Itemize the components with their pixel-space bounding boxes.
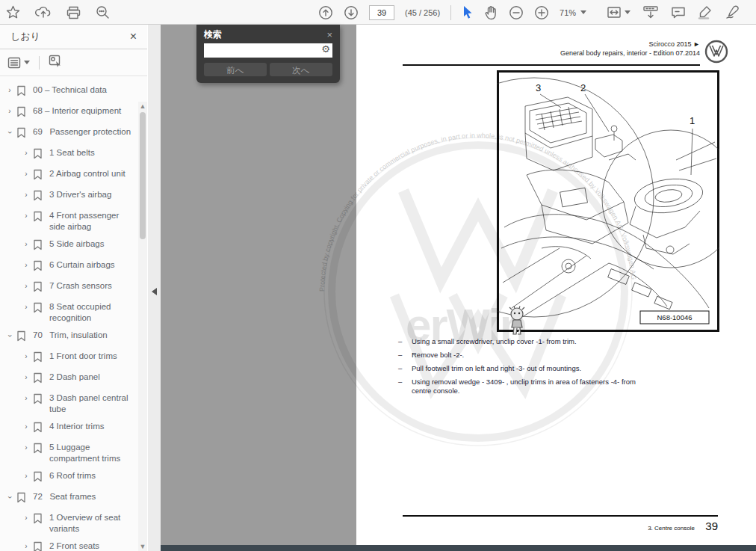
find-current-bookmark-icon[interactable]: [49, 55, 63, 70]
technical-figure: 3 2 1 N68-10046: [497, 70, 719, 332]
chevron-icon[interactable]: ›: [4, 84, 15, 96]
comment-icon[interactable]: [671, 6, 686, 19]
chevron-icon[interactable]: ›: [4, 492, 16, 502]
chevron-icon[interactable]: ›: [21, 147, 31, 158]
chevron-icon[interactable]: ›: [21, 541, 31, 551]
chevron-icon[interactable]: ›: [21, 512, 31, 523]
bookmark-label: 6 Curtain airbags: [49, 259, 137, 271]
bookmark-item[interactable]: › 00 – Technical data: [0, 81, 138, 102]
chevron-icon[interactable]: ›: [21, 442, 31, 453]
chevron-icon[interactable]: ›: [21, 259, 31, 271]
chevron-icon[interactable]: ›: [4, 330, 16, 341]
hand-tool-icon[interactable]: [484, 5, 498, 20]
find-icon[interactable]: [96, 5, 110, 19]
search-input[interactable]: [204, 43, 332, 58]
bookmark-icon: [33, 301, 44, 316]
bookmark-item[interactable]: › 7 Crash sensors: [0, 277, 138, 298]
bookmark-icon: [33, 147, 44, 162]
close-icon[interactable]: ×: [326, 30, 332, 40]
sidebar-scrollbar[interactable]: ▲ ▼: [138, 102, 147, 551]
chevron-icon[interactable]: ›: [21, 393, 31, 404]
bookmark-item[interactable]: › 3 Driver's airbag: [0, 186, 138, 207]
chevron-icon[interactable]: ›: [21, 470, 31, 481]
panel-title: しおり: [10, 30, 40, 43]
highlight-icon[interactable]: [698, 5, 713, 19]
zoom-in-icon[interactable]: [534, 5, 549, 20]
bookmark-label: 2 Dash panel: [49, 372, 137, 383]
bookmark-item[interactable]: › 2 Dash panel: [0, 369, 138, 390]
bookmark-item[interactable]: › 1 Seat belts: [0, 144, 138, 165]
instruction-item: – Using removal wedge - 3409- , unclip t…: [398, 378, 649, 395]
header-model: Scirocco 2015 ►: [356, 40, 700, 49]
chevron-icon[interactable]: ›: [21, 189, 31, 200]
page-footer: 3. Centre console 39: [403, 520, 718, 533]
zoom-level-label: 71%: [560, 8, 576, 17]
bookmark-item[interactable]: › 1 Overview of seat variants: [0, 509, 138, 538]
bookmark-item[interactable]: › 1 Front door trims: [0, 348, 138, 369]
bookmark-icon: [33, 351, 44, 366]
bookmark-label: 5 Luggage compartment trims: [49, 442, 137, 464]
bookmark-icon: [33, 470, 44, 485]
bookmark-label: 4 Interior trims: [49, 421, 137, 432]
chevron-icon[interactable]: ›: [21, 210, 31, 221]
bookmark-item[interactable]: › 5 Side airbags: [0, 236, 138, 256]
chevron-icon[interactable]: ›: [21, 421, 31, 432]
chevron-icon[interactable]: ›: [21, 301, 31, 313]
select-tool-icon[interactable]: [462, 5, 474, 19]
scrollbar-thumb[interactable]: [140, 112, 146, 239]
chevron-icon[interactable]: ›: [21, 351, 31, 362]
panel-collapse-strip[interactable]: [147, 25, 161, 551]
bookmark-item[interactable]: › 72 Seat frames: [0, 488, 138, 509]
bookmark-label: 7 Crash sensors: [49, 280, 137, 292]
fill-sign-icon[interactable]: [725, 5, 741, 19]
chevron-icon[interactable]: ›: [4, 127, 16, 138]
search-previous-button[interactable]: 前へ: [204, 63, 267, 76]
search-next-button[interactable]: 次へ: [270, 63, 332, 76]
bookmark-label: 1 Seat belts: [49, 147, 137, 158]
bookmark-item[interactable]: › 6 Curtain airbags: [0, 256, 138, 277]
previous-page-icon[interactable]: [318, 5, 333, 20]
page-view-dropdown[interactable]: [607, 6, 630, 19]
bookmark-item[interactable]: › 70 Trim, insulation: [0, 327, 138, 348]
scroll-up-icon[interactable]: ▲: [138, 102, 147, 111]
bookmark-item[interactable]: › 68 – Interior equipment: [0, 102, 138, 123]
bookmark-item[interactable]: › 69 Passenger protection: [0, 123, 138, 144]
zoom-out-icon[interactable]: [509, 5, 524, 20]
scroll-down-icon[interactable]: ▼: [138, 542, 147, 551]
chevron-down-icon: [625, 10, 630, 14]
instruction-item: – Remove bolt -2-.: [398, 351, 649, 360]
chevron-icon[interactable]: ›: [21, 168, 31, 179]
instruction-item: – Pull footwell trim on left and right -…: [398, 364, 649, 373]
bookmark-item[interactable]: › 4 Front passenger side airbag: [0, 207, 138, 236]
bullet-text: Using a small screwdriver, unclip cover …: [412, 337, 649, 346]
bottom-status-bar: [161, 545, 756, 551]
print-icon[interactable]: [66, 6, 81, 19]
zoom-level-dropdown[interactable]: 71%: [560, 8, 586, 17]
close-icon[interactable]: ×: [130, 31, 137, 43]
chevron-icon[interactable]: ›: [21, 280, 31, 292]
chevron-icon[interactable]: ›: [4, 105, 15, 117]
page-number-input[interactable]: [369, 5, 394, 20]
bookmark-item[interactable]: › 6 Roof trims: [0, 467, 138, 488]
bookmark-item[interactable]: › 8 Seat occupied recognition: [0, 298, 138, 327]
bullet-text: Pull footwell trim on left and right -3-…: [412, 364, 649, 373]
header-rule: [403, 64, 700, 66]
bookmark-item[interactable]: › 4 Interior trims: [0, 418, 138, 439]
chevron-icon[interactable]: ›: [21, 372, 31, 383]
page-scrolling-icon[interactable]: [642, 5, 659, 19]
bookmark-item[interactable]: › 3 Dash panel central tube: [0, 390, 138, 418]
bookmark-options-icon[interactable]: [7, 57, 30, 69]
bookmark-item[interactable]: › 2 Front seats: [0, 538, 138, 551]
cloud-upload-icon[interactable]: [35, 6, 52, 19]
favorite-star-icon[interactable]: [6, 5, 20, 19]
chevron-icon[interactable]: ›: [21, 238, 31, 250]
top-toolbar: (45 / 256) 71%: [0, 0, 756, 25]
bookmark-icon: [33, 280, 44, 295]
next-page-icon[interactable]: [344, 5, 359, 20]
bookmark-item[interactable]: › 5 Luggage compartment trims: [0, 439, 138, 467]
bookmark-item[interactable]: › 2 Airbag control unit: [0, 165, 138, 186]
bookmark-icon: [16, 491, 28, 506]
gear-icon[interactable]: ⚙: [321, 43, 330, 55]
bullet-dash: –: [398, 378, 412, 395]
search-dialog-title: 検索: [204, 28, 222, 41]
